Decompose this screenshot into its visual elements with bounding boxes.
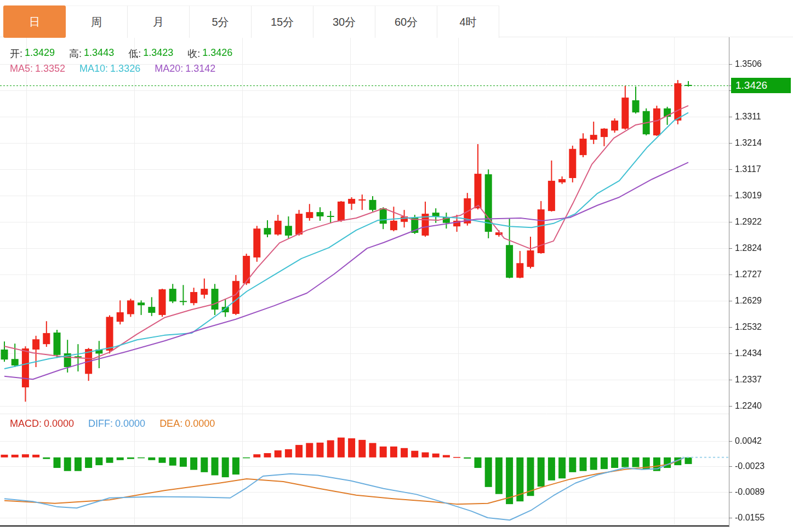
- legend-item: DIFF:0.0000: [88, 418, 145, 430]
- legend-item: 高:1.3443: [69, 47, 114, 60]
- price-axis-tick-label: 1.3506: [735, 59, 790, 69]
- trading-chart-app: 日周月5分15分30分60分4时 开:1.3429高:1.3443低:1.342…: [0, 0, 793, 532]
- legend-label: MA10:: [79, 63, 108, 75]
- legend-value: 0.0000: [185, 418, 215, 430]
- legend-item: MA10:1.3326: [79, 63, 140, 75]
- tab-日[interactable]: 日: [3, 5, 66, 38]
- legend-label: 低:: [128, 47, 141, 60]
- tab-15分[interactable]: 15分: [252, 5, 313, 38]
- timeframe-tabbar: 日周月5分15分30分60分4时: [3, 5, 499, 38]
- legend-label: MACD:: [10, 418, 42, 430]
- price-axis-tick-label: 1.2240: [735, 401, 790, 411]
- legend-label: MA5:: [10, 63, 33, 75]
- price-axis-tick-label: 1.2824: [735, 243, 790, 253]
- price-axis-tick-label: 1.2922: [735, 217, 790, 227]
- legend-item: MA5:1.3352: [10, 63, 65, 75]
- price-axis-tick-label: 1.3117: [735, 164, 790, 174]
- legend-label: 高:: [69, 47, 82, 60]
- legend-item: MACD:0.0000: [10, 418, 74, 430]
- macd-axis-tick-label: -0.0023: [735, 461, 790, 471]
- legend-item: 低:1.3423: [128, 47, 173, 60]
- legend-value: 1.3443: [84, 47, 114, 60]
- price-axis-tick-label: 1.2629: [735, 296, 790, 306]
- legend-value: 1.3142: [185, 63, 215, 75]
- legend-value: 1.3423: [143, 47, 173, 60]
- legend-label: DIFF:: [88, 418, 113, 430]
- tab-月[interactable]: 月: [128, 5, 190, 38]
- macd-legend: MACD:0.0000DIFF:0.0000DEA:0.0000: [10, 418, 215, 430]
- tab-5分[interactable]: 5分: [190, 5, 252, 38]
- last-price-value: 1.3426: [735, 79, 767, 91]
- tab-周[interactable]: 周: [66, 5, 128, 38]
- legend-item: MA20:1.3142: [155, 63, 215, 75]
- price-axis-tick-label: 1.3214: [735, 138, 790, 148]
- legend-item: DEA:0.0000: [159, 418, 215, 430]
- legend-value: 1.3326: [110, 63, 140, 75]
- macd-axis-tick-label: -0.0155: [735, 513, 790, 523]
- tab-30分[interactable]: 30分: [313, 5, 375, 38]
- candlestick-chart-canvas[interactable]: [0, 0, 793, 532]
- macd-axis-tick-label: -0.0089: [735, 487, 790, 497]
- price-axis-tick-label: 1.2532: [735, 322, 790, 332]
- macd-axis-tick-label: 0.0042: [735, 436, 790, 446]
- legend-label: 开:: [10, 47, 22, 60]
- legend-item: 收:1.3426: [187, 47, 232, 60]
- legend-label: MA20:: [155, 63, 183, 75]
- price-axis-tick-label: 1.3019: [735, 191, 790, 201]
- legend-value: 1.3429: [25, 47, 55, 60]
- price-axis-tick-label: 1.2727: [735, 270, 790, 279]
- price-axis-tick-label: 1.2337: [735, 375, 790, 385]
- legend-item: 开:1.3429: [10, 47, 55, 60]
- ohlc-legend: 开:1.3429高:1.3443低:1.3423收:1.3426: [10, 47, 232, 60]
- ma-legend: MA5:1.3352MA10:1.3326MA20:1.3142: [10, 63, 215, 75]
- tab-4时[interactable]: 4时: [437, 5, 499, 38]
- legend-value: 1.3426: [202, 47, 232, 60]
- legend-value: 1.3352: [35, 63, 65, 75]
- last-price-tag: 1.3426: [731, 78, 791, 93]
- price-axis-tick-label: 1.3311: [735, 112, 790, 122]
- legend-value: 0.0000: [115, 418, 145, 430]
- legend-label: DEA:: [159, 418, 182, 430]
- tab-60分[interactable]: 60分: [375, 5, 437, 38]
- price-axis-tick-label: 1.2434: [735, 348, 790, 358]
- legend-label: 收:: [187, 47, 200, 60]
- legend-value: 0.0000: [44, 418, 74, 430]
